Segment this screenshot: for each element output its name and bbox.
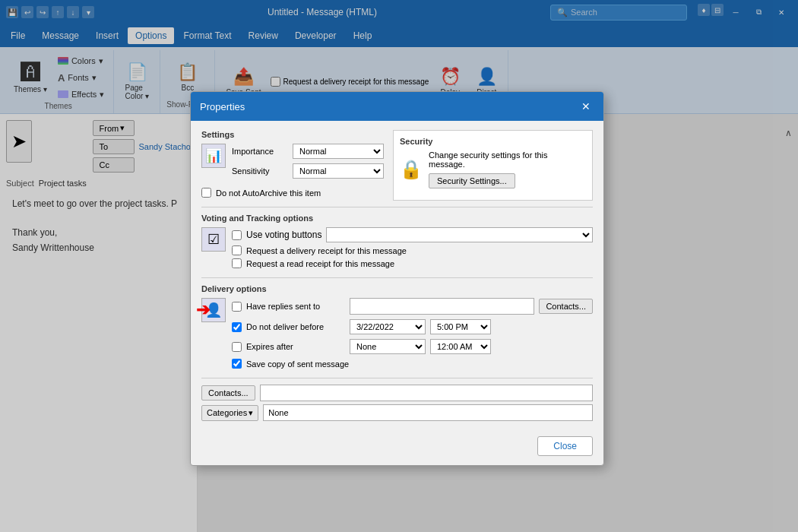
read-receipt-checkbox[interactable] [232,258,242,268]
do-not-deliver-time-select[interactable]: 5:00 PM [430,319,491,334]
dialog-body: Settings 📊 Importance Normal Sensitivity [191,121,603,430]
replies-row: Have replies sent to Contacts... [232,298,593,315]
contacts-input[interactable] [260,385,593,401]
expires-checkbox[interactable] [232,342,242,352]
security-text: Change security settings for this messag… [429,150,586,169]
delivery-receipt-label: Request a delivery receipt for this mess… [246,246,407,255]
do-not-deliver-row: Do not deliver before 3/22/2022 5:00 PM [232,319,593,334]
settings-content: 📊 Importance Normal Sensitivity Normal [201,144,384,183]
expires-time-select[interactable]: 12:00 AM [430,339,491,354]
expires-row: Expires after None 12:00 AM [232,339,593,354]
importance-label: Importance [232,147,287,156]
importance-select[interactable]: Normal [293,144,384,159]
red-arrow-indicator: ➔ [196,300,210,320]
save-copy-row: Save copy of sent message [232,359,593,369]
replies-label: Have replies sent to [246,302,345,311]
read-receipt-label: Request a read receipt for this message [246,259,394,268]
contacts-button[interactable]: Contacts... [201,385,255,401]
security-content: 🔒 Change security settings for this mess… [400,150,586,188]
contacts-row: Contacts... [201,385,593,401]
sensitivity-row: Sensitivity Normal [232,163,384,179]
use-voting-checkbox[interactable] [232,230,242,240]
do-not-deliver-checkbox[interactable] [232,322,242,332]
delivery-receipt-checkbox[interactable] [232,245,242,255]
categories-input[interactable] [263,404,593,421]
settings-section: Settings 📊 Importance Normal Sensitivity [201,130,384,201]
use-voting-row: Use voting buttons [232,227,593,242]
save-copy-checkbox[interactable] [232,359,242,369]
dialog-close-button[interactable]: ✕ [578,98,594,115]
settings-fields: Importance Normal Sensitivity Normal [232,144,384,183]
autoarchive-checkbox[interactable] [201,188,211,198]
security-text-area: Change security settings for this messag… [429,150,586,188]
categories-button[interactable]: Categories ▾ [201,405,258,421]
save-copy-label: Save copy of sent message [246,359,349,369]
replies-input[interactable] [350,298,534,315]
voting-content: ☑ Use voting buttons Request a delivery … [201,227,593,271]
properties-dialog: Properties ✕ Settings 📊 Importance Norma… [190,91,604,466]
voting-label: Voting and Tracking options [201,214,593,223]
voting-icon: ☑ [201,227,226,252]
divider-2 [201,277,593,278]
select-names-button[interactable]: Contacts... [539,299,593,314]
settings-icon: 📊 [201,144,226,168]
security-section: Security 🔒 Change security settings for … [393,130,593,201]
settings-security-row: Settings 📊 Importance Normal Sensitivity [201,130,593,201]
use-voting-label: Use voting buttons [246,230,321,240]
do-not-deliver-label: Do not deliver before [246,322,345,331]
categories-row: Categories ▾ [201,404,593,421]
importance-row: Importance Normal [232,144,384,159]
delivery-receipt-row: Request a delivery receipt for this mess… [232,245,593,255]
sensitivity-label: Sensitivity [232,166,287,176]
categories-chevron-icon: ▾ [249,408,253,418]
divider-1 [201,207,593,207]
dialog-footer: Close [191,430,603,465]
expires-label: Expires after [246,342,345,351]
security-settings-button[interactable]: Security Settings... [429,173,515,188]
voting-section: Voting and Tracking options ☑ Use voting… [201,214,593,271]
autoarchive-label: Do not AutoArchive this item [216,188,321,198]
security-icon: 🔒 [400,159,423,180]
dialog-titlebar: Properties ✕ [191,92,603,121]
delivery-content: 👤 Have replies sent to Contacts... Do no… [201,298,593,372]
replies-checkbox[interactable] [232,302,242,312]
delivery-fields: Have replies sent to Contacts... Do not … [232,298,593,372]
voting-fields: Use voting buttons Request a delivery re… [232,227,593,271]
do-not-deliver-date-select[interactable]: 3/22/2022 [350,319,426,334]
security-label: Security [400,137,586,146]
read-receipt-row: Request a read receipt for this message [232,258,593,268]
expires-date-select[interactable]: None [350,339,426,354]
delivery-section: Delivery options 👤 Have replies sent to … [201,284,593,372]
categories-label: Categories [207,408,247,417]
close-dialog-button[interactable]: Close [537,436,593,456]
voting-select[interactable] [326,227,593,242]
sensitivity-select[interactable]: Normal [293,163,384,179]
autoarchive-row: Do not AutoArchive this item [201,188,384,198]
delivery-label: Delivery options [201,284,593,293]
settings-label: Settings [201,130,384,139]
divider-3 [201,378,593,378]
dialog-title: Properties [200,101,245,112]
